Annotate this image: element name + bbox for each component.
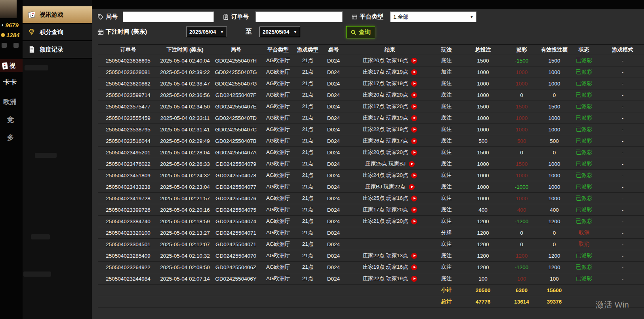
cell-game-mode: - xyxy=(597,230,644,236)
cell-order-no: 250504023495201 xyxy=(98,150,158,156)
header-result: 结果 xyxy=(347,46,433,53)
date-to-dropdown[interactable]: 2025/05/04 ▼ xyxy=(259,27,300,37)
lobby-menu-kaka-fragment: 卡卡 xyxy=(3,78,17,87)
cell-bet-time: 2025-05-04 02:10:32 xyxy=(158,253,211,259)
play-video-icon[interactable] xyxy=(409,184,415,190)
dimmed-background-text xyxy=(35,153,57,158)
cell-platform: AG欧洲厅 xyxy=(260,80,296,87)
play-video-icon[interactable] xyxy=(411,81,417,87)
cell-payout: -1500 xyxy=(506,58,537,64)
bet-time-label: 下注时间 (美东) xyxy=(106,28,147,36)
cell-round-no: GD0242550407D xyxy=(211,115,260,121)
credits-balance: 1284 xyxy=(1,32,19,38)
grand-total-valid-bet: 39376 xyxy=(537,299,571,305)
points-balance-value: 9679 xyxy=(5,22,18,28)
activate-windows-watermark: 激活 Win xyxy=(596,299,629,310)
cell-game-type: 21点 xyxy=(296,114,320,122)
round-no-input[interactable] xyxy=(123,11,214,22)
order-no-input[interactable] xyxy=(255,11,343,22)
header-payout: 派彩 xyxy=(506,46,537,53)
cell-round-no: GD0242550406Y xyxy=(211,276,260,282)
cell-payout: -1200 xyxy=(506,218,537,224)
play-video-icon[interactable] xyxy=(409,161,415,167)
date-from-dropdown[interactable]: 2025/05/04 ▼ xyxy=(186,27,227,37)
cell-round-no: GD02425504071 xyxy=(211,230,260,236)
play-video-icon[interactable] xyxy=(411,115,417,121)
cell-valid-bet: 1000 xyxy=(537,173,571,178)
cell-game-mode: - xyxy=(597,150,644,156)
cell-round-no: GD02425504076 xyxy=(211,196,260,201)
play-video-icon[interactable] xyxy=(411,138,417,144)
subtotal-total-bet: 20500 xyxy=(460,287,506,293)
cell-total-bet: 500 xyxy=(460,138,506,144)
play-video-icon[interactable] xyxy=(411,276,417,282)
cell-result: 庄家17点 玩家19点 xyxy=(347,80,433,87)
diamond-icon xyxy=(28,28,36,36)
cell-order-no: 250504023451809 xyxy=(98,173,158,178)
cell-round-no: GD0242550407H xyxy=(211,58,260,64)
play-video-icon[interactable] xyxy=(411,264,417,270)
cell-round-no: GD0242550407F xyxy=(211,92,260,98)
playing-cards-icon xyxy=(28,11,36,19)
sidebar-item-quota-records[interactable]: 额度记录 xyxy=(23,41,92,59)
table-row: 250504023636695 2025-05-04 02:40:04 GD02… xyxy=(98,55,644,66)
header-total-bet: 总投注 xyxy=(460,46,506,53)
date-from-value: 2025/05/04 xyxy=(189,29,216,35)
cell-table-no: D024 xyxy=(320,207,347,213)
platform-type-select[interactable]: 1.全部 ▼ xyxy=(390,11,476,22)
cell-round-no: GD0242550407B xyxy=(211,138,260,144)
cell-play-type: 底注 xyxy=(433,149,460,156)
result-text: 庄家20点 玩家20点 xyxy=(363,91,408,99)
sidebar-item-video-games[interactable]: 视讯游戏 xyxy=(23,6,92,24)
cell-result: 庄家17点 玩家20点 xyxy=(347,206,433,213)
cell-payout: 1000 xyxy=(506,173,537,178)
sidebar-item-points-query[interactable]: 积分查询 xyxy=(23,24,92,41)
play-video-icon[interactable] xyxy=(411,218,417,224)
play-video-icon[interactable] xyxy=(411,207,417,213)
cell-table-no: D024 xyxy=(320,104,347,110)
cell-total-bet: 1000 xyxy=(460,173,506,178)
cell-platform: AG欧洲厅 xyxy=(260,149,296,156)
lobby-menu-europe-fragment: 欧洲 xyxy=(3,97,17,106)
cell-status: 已派彩 xyxy=(571,149,597,156)
cell-valid-bet: 500 xyxy=(537,138,571,144)
platform-type-label-group: 平台类型 xyxy=(351,13,383,21)
play-video-icon[interactable] xyxy=(411,104,417,110)
grand-total-label: 总计 xyxy=(433,298,460,305)
cell-play-type: 底注 xyxy=(433,241,460,248)
cell-game-mode: - xyxy=(597,196,644,201)
bet-time-label-group: 下注时间 (美东) xyxy=(97,28,147,36)
cell-game-type: 21点 xyxy=(296,91,320,99)
lobby-mini-icon xyxy=(2,43,7,48)
sidebar-menu: 视讯游戏 积分查询 额度记录 xyxy=(23,6,92,59)
cell-bet-time: 2025-05-04 02:21:57 xyxy=(158,196,211,201)
play-video-icon[interactable] xyxy=(411,127,417,133)
cell-status: 已派彩 xyxy=(571,114,597,122)
cell-play-type: 底注 xyxy=(433,80,460,87)
cell-status: 已派彩 xyxy=(571,57,597,64)
play-video-icon[interactable] xyxy=(411,253,417,259)
cell-total-bet: 1500 xyxy=(460,150,506,156)
play-video-icon[interactable] xyxy=(411,69,417,75)
result-text: 庄家19点 玩家16点 xyxy=(363,264,408,271)
result-text: 庄家24点 玩家20点 xyxy=(363,172,408,179)
cell-game-mode: - xyxy=(597,218,644,224)
cell-game-type: 21点 xyxy=(296,137,320,144)
table-header-row: 订单号 下注时间 (美东) 局号 平台类型 游戏类型 桌号 结果 玩法 总投注 … xyxy=(98,45,644,55)
play-video-icon[interactable] xyxy=(411,173,417,178)
cell-payout: 1500 xyxy=(506,104,537,110)
play-video-icon[interactable] xyxy=(411,196,417,201)
cell-game-type: 21点 xyxy=(296,68,320,76)
dimmed-background-text xyxy=(31,234,50,239)
cell-game-mode: - xyxy=(597,69,644,75)
sidebar-item-label: 积分查询 xyxy=(40,28,63,36)
cell-order-no: 250504023538795 xyxy=(98,127,158,133)
cell-platform: AG欧洲厅 xyxy=(260,275,296,282)
subtotal-valid-bet: 15600 xyxy=(537,287,571,293)
lobby-menu-jing-fragment: 竞 xyxy=(7,115,14,124)
play-video-icon[interactable] xyxy=(411,58,417,64)
play-video-icon[interactable] xyxy=(411,150,417,156)
cell-table-no: D024 xyxy=(320,138,347,144)
play-video-icon[interactable] xyxy=(411,92,417,98)
search-button[interactable]: 查询 xyxy=(346,26,375,38)
